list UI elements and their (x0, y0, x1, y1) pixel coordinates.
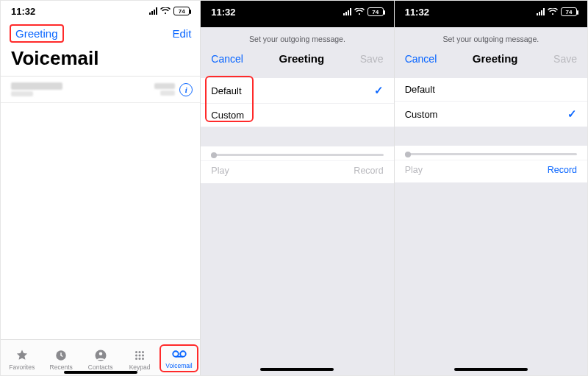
cancel-button[interactable]: Cancel (211, 53, 243, 65)
checkmark-icon: ✓ (567, 107, 577, 121)
record-button[interactable]: Record (548, 165, 577, 175)
player-controls: Play Record (395, 160, 587, 182)
svg-point-3 (135, 351, 137, 353)
svg-point-5 (142, 351, 144, 353)
tab-voicemail[interactable]: Voicemail (159, 344, 198, 372)
svg-point-2 (98, 352, 102, 356)
status-icons: 74 (537, 7, 577, 16)
call-meta-redacted (154, 83, 175, 96)
tab-contacts[interactable]: Contacts (81, 347, 120, 372)
home-indicator[interactable] (64, 371, 137, 374)
tab-recents[interactable]: Recents (41, 347, 80, 372)
caller-sub-redacted (11, 91, 33, 96)
tab-keypad[interactable]: Keypad (120, 347, 159, 372)
status-bar: 11:32 74 (1, 1, 200, 21)
option-label: Custom (405, 109, 438, 120)
status-time: 11:32 (211, 7, 235, 18)
save-button: Save (360, 53, 384, 65)
caller-name-redacted (11, 82, 62, 90)
page-title: Voicemail (1, 44, 200, 76)
option-default[interactable]: Default ✓ (201, 78, 393, 104)
voicemail-screen: 11:32 74 Greeting Edit Voicemail (1, 1, 200, 375)
home-indicator[interactable] (454, 368, 528, 371)
sheet-nav: Cancel Greeting Save (395, 49, 587, 74)
nav-row: Greeting Edit (1, 21, 200, 44)
sheet-subtitle: Set your outgoing message. (395, 27, 587, 49)
svg-point-4 (139, 351, 141, 353)
status-icons: 74 (343, 7, 384, 16)
greeting-screen-custom: 11:32 74 Set your outgoing message. Canc… (395, 1, 587, 375)
option-custom[interactable]: Custom ✓ (395, 102, 587, 127)
greeting-button[interactable]: Greeting (10, 24, 64, 43)
cellular-signal-icon (343, 8, 351, 15)
player: Play Record (201, 146, 393, 183)
tab-label: Favorites (9, 363, 35, 371)
player: Play Record (395, 146, 587, 182)
sheet: Set your outgoing message. Cancel Greeti… (201, 27, 393, 74)
greeting-options: Default Custom ✓ (395, 78, 587, 127)
cellular-signal-icon (537, 8, 545, 15)
tab-label: Keypad (129, 363, 151, 371)
option-label: Custom (211, 110, 244, 121)
record-button: Record (354, 166, 383, 176)
svg-point-10 (139, 358, 141, 360)
person-icon (93, 349, 108, 362)
tab-label: Recents (50, 363, 73, 371)
save-button: Save (553, 53, 577, 65)
player-controls: Play Record (201, 160, 393, 183)
voicemail-icon (172, 347, 187, 361)
voicemail-list: i (1, 76, 200, 103)
option-label: Default (211, 85, 241, 96)
status-time: 11:32 (405, 7, 429, 18)
status-bar: 11:32 74 (395, 1, 587, 23)
info-icon[interactable]: i (179, 83, 193, 96)
status-time: 11:32 (11, 6, 35, 17)
sheet-title: Greeting (473, 52, 518, 65)
checkmark-icon: ✓ (374, 84, 384, 97)
sheet-title: Greeting (279, 52, 324, 65)
wifi-icon (548, 8, 558, 15)
voicemail-row[interactable]: i (1, 77, 200, 103)
wifi-icon (354, 8, 365, 15)
battery-icon: 74 (368, 7, 384, 16)
svg-point-9 (135, 358, 137, 360)
option-default[interactable]: Default (395, 78, 587, 102)
play-button: Play (405, 165, 423, 175)
cancel-button[interactable]: Cancel (405, 53, 437, 65)
svg-point-6 (135, 355, 137, 357)
tab-bar: Favorites Recents Contacts Keypad Voicem… (1, 339, 200, 375)
home-indicator[interactable] (260, 368, 334, 371)
greeting-options: Default ✓ Custom (201, 78, 393, 127)
option-custom[interactable]: Custom (201, 104, 393, 127)
greeting-screen-default: 11:32 74 Set your outgoing message. Canc… (201, 1, 393, 375)
playback-track[interactable] (395, 146, 587, 160)
battery-icon: 74 (173, 7, 190, 15)
star-icon (15, 349, 29, 362)
battery-icon: 74 (561, 7, 577, 16)
wifi-icon (160, 7, 171, 15)
status-icons: 74 (149, 7, 190, 15)
svg-point-7 (139, 355, 141, 357)
svg-point-8 (142, 355, 144, 357)
tab-label: Voicemail (165, 362, 192, 369)
play-button: Play (211, 166, 229, 176)
edit-button[interactable]: Edit (172, 27, 191, 40)
svg-point-11 (142, 358, 144, 360)
tab-favorites[interactable]: Favorites (2, 347, 41, 372)
option-label: Default (405, 84, 435, 95)
sheet-subtitle: Set your outgoing message. (201, 27, 393, 49)
status-bar: 11:32 74 (201, 1, 393, 23)
tab-label: Contacts (88, 363, 113, 371)
sheet: Set your outgoing message. Cancel Greeti… (395, 27, 587, 74)
sheet-nav: Cancel Greeting Save (201, 49, 393, 74)
keypad-icon (132, 349, 147, 362)
playback-track[interactable] (201, 146, 393, 160)
track-bar (405, 153, 577, 155)
clock-icon (54, 349, 68, 362)
svg-point-13 (180, 351, 186, 357)
svg-point-12 (173, 351, 179, 357)
cellular-signal-icon (149, 7, 157, 15)
track-bar (211, 154, 383, 156)
